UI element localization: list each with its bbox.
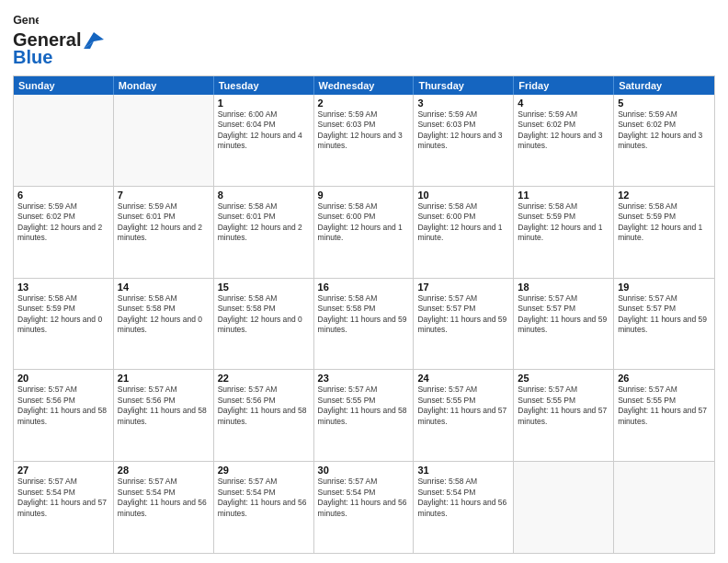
logo-icon: General xyxy=(13,13,39,29)
day-info: Sunrise: 5:57 AM Sunset: 5:55 PM Dayligh… xyxy=(417,385,509,427)
day-number: 19 xyxy=(618,282,711,293)
day-info: Sunrise: 5:57 AM Sunset: 5:55 PM Dayligh… xyxy=(518,385,609,427)
calendar-cell: 3Sunrise: 5:59 AM Sunset: 6:03 PM Daylig… xyxy=(414,95,514,186)
day-info: Sunrise: 5:58 AM Sunset: 5:58 PM Dayligh… xyxy=(218,293,310,336)
calendar-cell: 23Sunrise: 5:57 AM Sunset: 5:55 PM Dayli… xyxy=(314,370,415,461)
calendar-row-3: 20Sunrise: 5:57 AM Sunset: 5:56 PM Dayli… xyxy=(14,369,714,461)
day-info: Sunrise: 5:57 AM Sunset: 5:56 PM Dayligh… xyxy=(17,385,109,427)
day-info: Sunrise: 5:57 AM Sunset: 5:57 PM Dayligh… xyxy=(417,293,509,336)
header: General General Blue xyxy=(13,11,715,68)
day-info: Sunrise: 5:59 AM Sunset: 6:03 PM Dayligh… xyxy=(417,109,509,152)
day-info: Sunrise: 5:58 AM Sunset: 5:59 PM Dayligh… xyxy=(518,201,609,244)
day-info: Sunrise: 6:00 AM Sunset: 6:04 PM Dayligh… xyxy=(218,109,310,152)
day-number: 18 xyxy=(518,282,609,293)
day-info: Sunrise: 5:57 AM Sunset: 5:54 PM Dayligh… xyxy=(118,477,210,519)
calendar-row-2: 13Sunrise: 5:58 AM Sunset: 5:59 PM Dayli… xyxy=(14,278,714,370)
calendar-cell: 26Sunrise: 5:57 AM Sunset: 5:55 PM Dayli… xyxy=(614,370,714,461)
calendar-cell: 6Sunrise: 5:59 AM Sunset: 6:02 PM Daylig… xyxy=(14,187,114,278)
calendar-cell: 10Sunrise: 5:58 AM Sunset: 6:00 PM Dayli… xyxy=(414,187,514,278)
day-number: 15 xyxy=(218,282,310,293)
calendar-cell: 1Sunrise: 6:00 AM Sunset: 6:04 PM Daylig… xyxy=(214,95,314,186)
day-info: Sunrise: 5:58 AM Sunset: 5:58 PM Dayligh… xyxy=(118,293,210,336)
calendar-cell: 5Sunrise: 5:59 AM Sunset: 6:02 PM Daylig… xyxy=(614,95,714,186)
day-info: Sunrise: 5:57 AM Sunset: 5:55 PM Dayligh… xyxy=(618,385,711,427)
header-day-wednesday: Wednesday xyxy=(314,76,415,95)
calendar-cell: 20Sunrise: 5:57 AM Sunset: 5:56 PM Dayli… xyxy=(14,370,114,461)
day-number: 26 xyxy=(618,373,711,384)
header-day-saturday: Saturday xyxy=(614,76,714,95)
calendar-body: 1Sunrise: 6:00 AM Sunset: 6:04 PM Daylig… xyxy=(14,95,714,553)
day-info: Sunrise: 5:59 AM Sunset: 6:02 PM Dayligh… xyxy=(17,201,109,244)
calendar-cell: 15Sunrise: 5:58 AM Sunset: 5:58 PM Dayli… xyxy=(214,279,314,370)
calendar-cell: 14Sunrise: 5:58 AM Sunset: 5:58 PM Dayli… xyxy=(114,279,214,370)
calendar-cell: 2Sunrise: 5:59 AM Sunset: 6:03 PM Daylig… xyxy=(314,95,415,186)
calendar-cell: 8Sunrise: 5:58 AM Sunset: 6:01 PM Daylig… xyxy=(214,187,314,278)
header-day-tuesday: Tuesday xyxy=(214,76,314,95)
header-day-sunday: Sunday xyxy=(14,76,114,95)
calendar-cell: 25Sunrise: 5:57 AM Sunset: 5:55 PM Dayli… xyxy=(514,370,614,461)
day-info: Sunrise: 5:57 AM Sunset: 5:56 PM Dayligh… xyxy=(118,385,210,427)
day-number: 2 xyxy=(318,98,410,109)
day-number: 13 xyxy=(17,282,109,293)
day-number: 8 xyxy=(218,190,310,201)
day-number: 5 xyxy=(618,98,711,109)
day-info: Sunrise: 5:57 AM Sunset: 5:55 PM Dayligh… xyxy=(318,385,410,427)
day-number: 22 xyxy=(218,373,310,384)
calendar-cell: 7Sunrise: 5:59 AM Sunset: 6:01 PM Daylig… xyxy=(114,187,214,278)
calendar-cell xyxy=(514,462,614,553)
day-info: Sunrise: 5:57 AM Sunset: 5:54 PM Dayligh… xyxy=(17,477,109,519)
calendar-cell: 4Sunrise: 5:59 AM Sunset: 6:02 PM Daylig… xyxy=(514,95,614,186)
day-number: 28 xyxy=(118,465,210,476)
calendar: SundayMondayTuesdayWednesdayThursdayFrid… xyxy=(13,75,715,554)
calendar-cell: 31Sunrise: 5:58 AM Sunset: 5:54 PM Dayli… xyxy=(414,462,514,553)
calendar-cell xyxy=(114,95,214,186)
day-number: 30 xyxy=(318,465,410,476)
calendar-cell: 24Sunrise: 5:57 AM Sunset: 5:55 PM Dayli… xyxy=(414,370,514,461)
day-info: Sunrise: 5:59 AM Sunset: 6:03 PM Dayligh… xyxy=(318,109,410,152)
calendar-cell: 16Sunrise: 5:58 AM Sunset: 5:58 PM Dayli… xyxy=(314,279,415,370)
calendar-cell: 12Sunrise: 5:58 AM Sunset: 5:59 PM Dayli… xyxy=(614,187,714,278)
day-info: Sunrise: 5:57 AM Sunset: 5:57 PM Dayligh… xyxy=(518,293,609,336)
calendar-cell: 29Sunrise: 5:57 AM Sunset: 5:54 PM Dayli… xyxy=(214,462,314,553)
calendar-cell: 18Sunrise: 5:57 AM Sunset: 5:57 PM Dayli… xyxy=(514,279,614,370)
calendar-cell: 17Sunrise: 5:57 AM Sunset: 5:57 PM Dayli… xyxy=(414,279,514,370)
day-number: 12 xyxy=(618,190,711,201)
calendar-cell: 30Sunrise: 5:57 AM Sunset: 5:54 PM Dayli… xyxy=(314,462,415,553)
day-number: 16 xyxy=(318,282,410,293)
calendar-header: SundayMondayTuesdayWednesdayThursdayFrid… xyxy=(14,76,714,95)
day-number: 3 xyxy=(417,98,509,109)
day-info: Sunrise: 5:57 AM Sunset: 5:56 PM Dayligh… xyxy=(218,385,310,427)
calendar-row-4: 27Sunrise: 5:57 AM Sunset: 5:54 PM Dayli… xyxy=(14,461,714,553)
calendar-cell: 9Sunrise: 5:58 AM Sunset: 6:00 PM Daylig… xyxy=(314,187,415,278)
calendar-cell: 22Sunrise: 5:57 AM Sunset: 5:56 PM Dayli… xyxy=(214,370,314,461)
day-number: 17 xyxy=(417,282,509,293)
day-info: Sunrise: 5:58 AM Sunset: 6:00 PM Dayligh… xyxy=(417,201,509,244)
day-info: Sunrise: 5:57 AM Sunset: 5:54 PM Dayligh… xyxy=(318,477,410,519)
day-info: Sunrise: 5:57 AM Sunset: 5:54 PM Dayligh… xyxy=(218,477,310,519)
header-day-thursday: Thursday xyxy=(414,76,514,95)
day-number: 4 xyxy=(518,98,609,109)
calendar-cell: 19Sunrise: 5:57 AM Sunset: 5:57 PM Dayli… xyxy=(614,279,714,370)
day-number: 27 xyxy=(17,465,109,476)
day-number: 31 xyxy=(417,465,509,476)
calendar-cell xyxy=(14,95,114,186)
day-info: Sunrise: 5:59 AM Sunset: 6:02 PM Dayligh… xyxy=(518,109,609,152)
day-number: 29 xyxy=(218,465,310,476)
day-number: 21 xyxy=(118,373,210,384)
calendar-row-0: 1Sunrise: 6:00 AM Sunset: 6:04 PM Daylig… xyxy=(14,95,714,186)
day-number: 6 xyxy=(17,190,109,201)
day-number: 14 xyxy=(118,282,210,293)
day-info: Sunrise: 5:58 AM Sunset: 5:58 PM Dayligh… xyxy=(318,293,410,336)
calendar-cell: 13Sunrise: 5:58 AM Sunset: 5:59 PM Dayli… xyxy=(14,279,114,370)
svg-marker-1 xyxy=(84,32,104,49)
day-number: 9 xyxy=(318,190,410,201)
calendar-cell: 28Sunrise: 5:57 AM Sunset: 5:54 PM Dayli… xyxy=(114,462,214,553)
calendar-cell: 27Sunrise: 5:57 AM Sunset: 5:54 PM Dayli… xyxy=(14,462,114,553)
day-number: 24 xyxy=(417,373,509,384)
logo-blue: Blue xyxy=(13,47,52,68)
day-number: 10 xyxy=(417,190,509,201)
day-info: Sunrise: 5:57 AM Sunset: 5:57 PM Dayligh… xyxy=(618,293,711,336)
logo-bird-icon xyxy=(84,32,104,49)
day-number: 20 xyxy=(17,373,109,384)
day-info: Sunrise: 5:59 AM Sunset: 6:02 PM Dayligh… xyxy=(618,109,711,152)
